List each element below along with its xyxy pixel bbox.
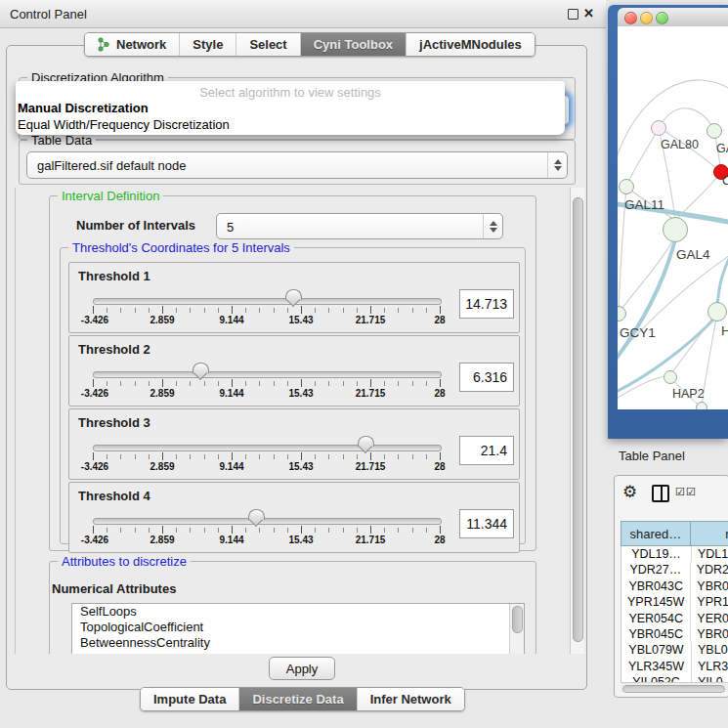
table-data-group-title: Table Data — [27, 133, 96, 148]
numerical-attributes-list: SelfLoops TopologicalCoefficient Between… — [71, 603, 525, 654]
label-gcy1: GCY1 — [620, 325, 656, 340]
table-row[interactable]: YDR27…YDR2 — [621, 562, 728, 578]
tab-select[interactable]: Select — [236, 33, 300, 56]
settings-vertical-scrollbar[interactable] — [570, 188, 584, 654]
node-gal11[interactable] — [620, 180, 634, 194]
table-row[interactable]: YBR043CYBR0 — [621, 578, 728, 594]
network-graph: GAL80 GA C GAL11 GAL4 GCY1 H HAP2 — [618, 26, 728, 409]
threshold-3-label: Threshold 3 — [78, 415, 150, 430]
table-row[interactable]: YBL079WYBL0 — [621, 642, 728, 658]
label-partial-h: H — [721, 323, 728, 338]
thresholds-group: Threshold's Coordinates for 5 Intervals … — [60, 247, 526, 544]
network-icon — [98, 37, 110, 52]
threshold-2-label: Threshold 2 — [78, 342, 150, 357]
table-row[interactable]: YPR145WYPR1 — [621, 594, 728, 610]
threshold-3-slider-thumb[interactable] — [358, 436, 374, 447]
table-panel-title: Table Panel — [619, 449, 685, 463]
interval-definition-group: Interval Definition Number of Intervals … — [49, 195, 536, 551]
table-row[interactable]: YBR045CYBR0 — [621, 626, 728, 642]
list-item-betweennesscentrality[interactable]: BetweennessCentrality — [72, 635, 524, 651]
label-gal4: GAL4 — [676, 247, 710, 262]
list-item-topologicalcoefficient[interactable]: TopologicalCoefficient — [72, 620, 524, 635]
threshold-4-slider-thumb[interactable] — [248, 509, 265, 520]
tab-network-label: Network — [116, 37, 166, 52]
threshold-4-row: Threshold 4 -3.426 2.859 9.144 15.43 21.… — [68, 482, 520, 553]
float-window-icon[interactable] — [568, 9, 578, 20]
number-of-intervals-value: 5 — [227, 219, 234, 234]
popup-hint: Select algorithm to view settings — [16, 85, 565, 100]
checkbox-icon[interactable]: ☑ — [686, 486, 696, 498]
threshold-1-row: Threshold 1 -3.426 2.859 9.144 15.43 21.… — [68, 262, 520, 333]
slider-minor-ticks — [93, 308, 441, 313]
threshold-1-slider-track[interactable] — [93, 298, 442, 305]
table-horizontal-scrollbar[interactable] — [621, 682, 728, 692]
tab-infer-network[interactable]: Infer Network — [358, 688, 464, 710]
thresholds-group-title: Threshold's Coordinates for 5 Intervals — [68, 240, 294, 255]
threshold-1-value-field[interactable] — [459, 289, 514, 319]
slider-minor-ticks — [93, 381, 441, 386]
node-hap2[interactable] — [664, 371, 677, 384]
numerical-attributes-label: Numerical Attributes — [52, 581, 176, 596]
threshold-2-row: Threshold 2 -3.426 2.859 9.144 15.43 21.… — [68, 335, 520, 407]
tab-impute-data[interactable]: Impute Data — [141, 688, 239, 710]
network-canvas[interactable]: GAL80 GA C GAL11 GAL4 GCY1 H HAP2 — [618, 26, 728, 409]
popup-option-equal-width[interactable]: Equal Width/Frequency Discretization — [18, 117, 230, 132]
threshold-3-value-field[interactable] — [459, 436, 514, 465]
label-hap2: HAP2 — [672, 387, 705, 401]
close-traffic-light-icon[interactable] — [624, 12, 637, 24]
list-item-selfloops[interactable]: SelfLoops — [72, 604, 524, 620]
slider-minor-ticks — [93, 454, 441, 459]
node-right-mid[interactable] — [708, 303, 727, 321]
threshold-2-slider-thumb[interactable] — [193, 363, 209, 373]
attributes-group: Attributes to discretize Numerical Attri… — [49, 561, 536, 654]
tab-style[interactable]: Style — [180, 33, 236, 56]
threshold-4-label: Threshold 4 — [78, 489, 150, 503]
combobox-stepper-icon[interactable] — [483, 214, 502, 238]
table-data-combobox[interactable]: galFiltered.sif default node — [26, 151, 568, 179]
threshold-4-value-field[interactable] — [459, 509, 514, 538]
close-icon[interactable]: ✕ — [583, 6, 594, 21]
scrollbar-thumb[interactable] — [622, 685, 725, 693]
table-row[interactable]: YER054CYER0 — [621, 611, 728, 626]
control-panel-tabs: Network Style Select Cyni Toolbox jActiv… — [84, 32, 535, 57]
table-panel: ⚙ ☑ ☑ shared… n YDL19…YDL1 YDR27…YDR2 YB… — [614, 475, 728, 698]
node-gal4[interactable] — [664, 218, 688, 242]
zoom-traffic-light-icon[interactable] — [656, 12, 668, 24]
tab-cyni-toolbox[interactable]: Cyni Toolbox — [301, 33, 407, 56]
node-pink[interactable] — [652, 121, 666, 136]
gear-icon[interactable]: ⚙ — [622, 482, 637, 502]
tab-jactivemnodules[interactable]: jActiveMNodules — [407, 33, 535, 56]
network-view-window[interactable]: GAL80 GA C GAL11 GAL4 GCY1 H HAP2 — [608, 5, 728, 439]
number-of-intervals-label: Number of Intervals — [76, 218, 195, 233]
network-window-titlebar[interactable] — [618, 8, 728, 27]
threshold-1-slider-thumb[interactable] — [285, 289, 302, 300]
tab-network[interactable]: Network — [85, 33, 180, 56]
table-row[interactable]: YIL052CYIL0 — [621, 674, 728, 682]
threshold-2-slider-track[interactable] — [93, 371, 442, 378]
tab-discretize-data[interactable]: Discretize Data — [239, 688, 357, 710]
threshold-4-slider-track[interactable] — [93, 518, 442, 525]
node-bottom-partial[interactable] — [697, 403, 707, 410]
number-of-intervals-combobox[interactable]: 5 — [216, 213, 503, 239]
apply-button[interactable]: Apply — [269, 657, 335, 680]
table-body: YDL19…YDL1 YDR27…YDR2 YBR043CYBR0 YPR145… — [621, 546, 728, 682]
column-header-name[interactable]: n — [690, 521, 728, 546]
cyni-bottom-tabs: Impute Data Discretize Data Infer Networ… — [140, 687, 465, 711]
table-row[interactable]: YDL19…YDL1 — [621, 546, 728, 562]
threshold-2-value-field[interactable] — [459, 363, 514, 392]
popup-option-manual-discretization[interactable]: Manual Discretization — [18, 101, 149, 115]
label-partial-c: C — [722, 174, 728, 188]
checkbox-icon[interactable]: ☑ — [675, 486, 685, 498]
threshold-3-slider-track[interactable] — [93, 445, 442, 451]
split-columns-icon[interactable] — [652, 485, 669, 502]
column-header-shared[interactable]: shared… — [621, 521, 690, 546]
node-green-top-right[interactable] — [707, 124, 722, 139]
node-gcy1[interactable] — [618, 307, 626, 321]
table-row[interactable]: YLR345WYLR3 — [621, 659, 728, 674]
threshold-1-label: Threshold 1 — [78, 269, 150, 283]
cyni-toolbox-panel: Discretization Algorithm Select algorith… — [6, 45, 587, 690]
attributes-list-scrollbar[interactable] — [509, 604, 524, 654]
table-data-selected: galFiltered.sif default node — [37, 158, 186, 173]
combobox-stepper-icon[interactable] — [547, 152, 567, 178]
minimize-traffic-light-icon[interactable] — [640, 12, 653, 24]
